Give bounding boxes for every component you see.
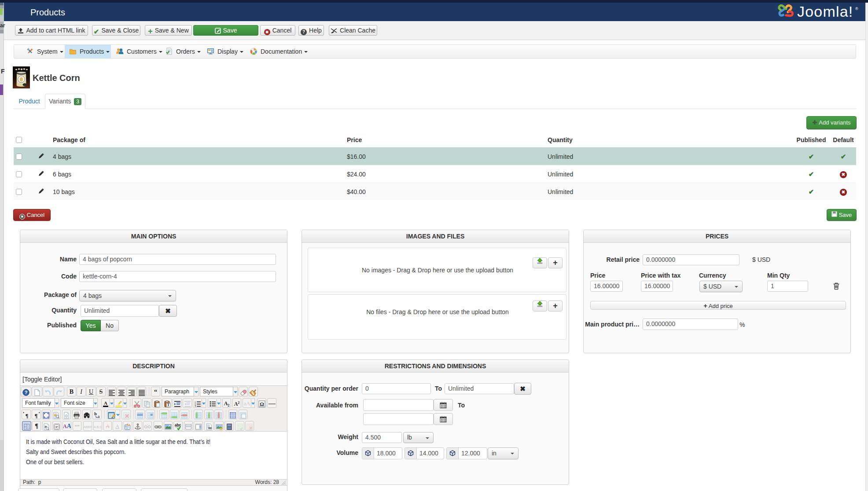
svg-text:®: ® <box>855 7 858 11</box>
svg-text:〈〉: 〈〉 <box>65 414 68 418</box>
svg-text:?: ? <box>25 390 28 395</box>
svg-text:b: b <box>94 412 97 416</box>
svg-text:Joomla!: Joomla! <box>797 4 853 20</box>
svg-text:¶: ¶ <box>25 412 28 419</box>
svg-text:¶: ¶ <box>34 412 37 419</box>
svg-text:3: 3 <box>194 405 195 407</box>
svg-text:A: A <box>104 400 107 406</box>
svg-text:Ω: Ω <box>260 401 264 407</box>
svg-text:a: a <box>97 414 99 419</box>
svg-text:T: T <box>167 403 169 407</box>
